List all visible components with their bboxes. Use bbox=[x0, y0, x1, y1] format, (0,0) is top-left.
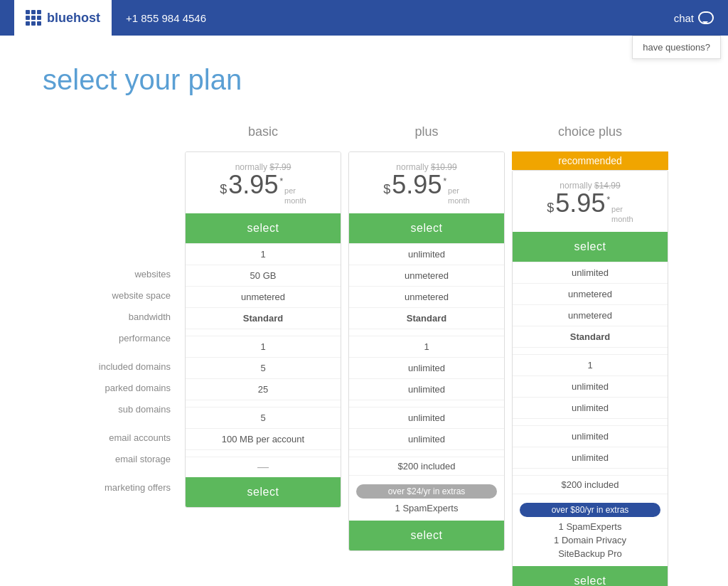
plan-basic-price-row: $ 3.95 * permonth bbox=[193, 172, 333, 206]
plan-plus-space: unmetered bbox=[349, 265, 504, 286]
labels-column: websites website space bandwidth perform… bbox=[43, 124, 185, 498]
label-included-domains: included domains bbox=[43, 356, 185, 377]
plan-choice-plus-extras-item-1: 1 Domain Privacy bbox=[520, 533, 660, 547]
plan-plus-asterisk: * bbox=[443, 176, 446, 186]
plan-basic-parked-domains: 5 bbox=[186, 357, 341, 378]
plan-basic-email-accounts: 5 bbox=[186, 407, 341, 428]
chat-label: chat bbox=[674, 12, 694, 24]
plan-basic-space: 50 GB bbox=[186, 265, 341, 286]
plan-basic-select-top[interactable]: select bbox=[186, 213, 341, 243]
plan-basic-card: normally $7.99 $ 3.95 * permonth select … bbox=[185, 151, 341, 508]
logo-text: bluehost bbox=[47, 11, 100, 26]
label-bandwidth: bandwidth bbox=[43, 306, 185, 327]
plan-choice-plus-email-storage: unlimited bbox=[513, 447, 668, 468]
plan-choice-plus-space: unmetered bbox=[513, 283, 668, 304]
plan-plus-extras-badge: over $24/yr in extras bbox=[356, 484, 497, 499]
plan-plus-per: permonth bbox=[448, 186, 470, 206]
recommended-label: recommended bbox=[512, 151, 668, 170]
plan-plus-price-section: normally $10.99 $ 5.95 * permonth bbox=[349, 152, 504, 213]
plan-basic-select-bottom[interactable]: select bbox=[186, 477, 341, 507]
plan-basic-amount: 3.95 bbox=[228, 172, 278, 198]
plan-plus-select-bottom[interactable]: select bbox=[349, 521, 504, 550]
plan-basic-email-storage: 100 MB per account bbox=[186, 428, 341, 449]
plan-plus-extras-item-0: 1 SpamExperts bbox=[356, 501, 497, 515]
plan-choice-plus-price-section: normally $14.99 $ 5.95 * permonth bbox=[513, 171, 668, 232]
header: bluehost +1 855 984 4546 chat have quest… bbox=[0, 0, 728, 36]
plan-basic-included-domains: 1 bbox=[186, 336, 341, 357]
label-websites: websites bbox=[43, 263, 185, 284]
plan-choice-plus-select-top[interactable]: select bbox=[513, 232, 668, 262]
plan-choice-plus-name: choice plus bbox=[512, 124, 668, 146]
plan-plus-data: unlimited unmetered unmetered Standard 1… bbox=[349, 243, 504, 475]
plan-plus-included-domains: 1 bbox=[349, 336, 504, 357]
plan-choice-plus-card: normally $14.99 $ 5.95 * permonth select… bbox=[512, 170, 668, 586]
plan-plus-select-top[interactable]: select bbox=[349, 213, 504, 243]
label-email-accounts: email accounts bbox=[43, 427, 185, 448]
plan-plus-name: plus bbox=[348, 124, 505, 146]
plan-choice-plus-marketing: $200 included bbox=[513, 475, 668, 494]
plan-basic-price-section: normally $7.99 $ 3.95 * permonth bbox=[186, 152, 341, 213]
plan-choice-plus-sub-domains: unlimited bbox=[513, 397, 668, 418]
plan-choice-plus-data: unlimited unmetered unmetered Standard 1… bbox=[513, 262, 668, 494]
plan-basic-marketing: — bbox=[186, 457, 341, 477]
plan-basic-asterisk: * bbox=[279, 176, 283, 186]
logo-grid-icon bbox=[26, 10, 41, 26]
main-content: select your plan websites website space … bbox=[0, 36, 728, 586]
plan-choice-plus-amount: 5.95 bbox=[555, 191, 605, 216]
plan-plus-performance: Standard bbox=[349, 307, 504, 329]
plan-plus-amount: 5.95 bbox=[392, 172, 441, 198]
plan-plus: plus normally $10.99 $ 5.95 * permonth bbox=[348, 124, 505, 551]
plans-area: basic normally $7.99 $ 3.95 * permonth bbox=[185, 124, 668, 586]
plan-choice-plus: choice plus recommended normally $14.99 … bbox=[512, 124, 668, 586]
chat-bubble-icon bbox=[698, 11, 714, 24]
plan-plus-email-storage: unlimited bbox=[349, 428, 504, 449]
plan-plus-email-accounts: unlimited bbox=[349, 407, 504, 428]
plan-basic-performance: Standard bbox=[186, 307, 341, 329]
plan-plus-marketing: $200 included bbox=[349, 457, 504, 475]
plan-choice-plus-extras-item-2: SiteBackup Pro bbox=[520, 547, 660, 560]
plan-choice-plus-extras-badge: over $80/yr in extras bbox=[520, 503, 660, 517]
label-website-space: website space bbox=[43, 284, 185, 306]
plan-plus-sub-domains: unlimited bbox=[349, 378, 504, 400]
plan-plus-extras: over $24/yr in extras 1 SpamExperts bbox=[349, 475, 504, 521]
plan-basic-dollar: $ bbox=[220, 182, 227, 197]
plan-plus-bandwidth: unmetered bbox=[349, 286, 504, 307]
plan-plus-parked-domains: unlimited bbox=[349, 357, 504, 378]
plan-plus-dollar: $ bbox=[383, 182, 390, 197]
plan-choice-plus-extras: over $80/yr in extras 1 SpamExperts 1 Do… bbox=[513, 494, 668, 566]
plan-choice-plus-bandwidth: unmetered bbox=[513, 304, 668, 326]
plan-plus-card: normally $10.99 $ 5.95 * permonth select… bbox=[348, 151, 505, 551]
page-title: select your plan bbox=[43, 64, 685, 96]
logo-container[interactable]: bluehost bbox=[14, 0, 112, 36]
chat-button[interactable]: chat bbox=[674, 11, 714, 24]
plan-choice-plus-price-row: $ 5.95 * permonth bbox=[520, 191, 660, 225]
plan-basic-name: basic bbox=[185, 124, 341, 146]
plan-choice-plus-extras-item-0: 1 SpamExperts bbox=[520, 520, 660, 533]
plan-basic-sub-domains: 25 bbox=[186, 378, 341, 400]
label-email-storage: email storage bbox=[43, 448, 185, 469]
plan-choice-plus-email-accounts: unlimited bbox=[513, 425, 668, 447]
plan-choice-plus-select-bottom[interactable]: select bbox=[513, 566, 668, 586]
plan-choice-plus-asterisk: * bbox=[606, 195, 610, 205]
label-parked-domains: parked domains bbox=[43, 377, 185, 398]
plan-choice-plus-included-domains: 1 bbox=[513, 354, 668, 375]
have-questions-tooltip: have questions? bbox=[632, 36, 721, 59]
label-performance: performance bbox=[43, 327, 185, 348]
plan-choice-plus-websites: unlimited bbox=[513, 262, 668, 283]
plan-basic-websites: 1 bbox=[186, 243, 341, 265]
plan-basic-data: 1 50 GB unmetered Standard 1 5 25 5 100 … bbox=[186, 243, 341, 477]
plan-choice-plus-parked-domains: unlimited bbox=[513, 375, 668, 397]
plan-basic-per: permonth bbox=[284, 186, 306, 206]
plan-choice-plus-per: permonth bbox=[611, 204, 633, 225]
plan-plus-price-row: $ 5.95 * permonth bbox=[356, 172, 497, 206]
plan-choice-plus-performance: Standard bbox=[513, 326, 668, 347]
plan-choice-plus-dollar: $ bbox=[547, 201, 554, 215]
plan-basic: basic normally $7.99 $ 3.95 * permonth bbox=[185, 124, 341, 508]
plan-basic-bandwidth: unmetered bbox=[186, 286, 341, 307]
phone-number[interactable]: +1 855 984 4546 bbox=[126, 12, 206, 24]
label-marketing-offers: marketing offers bbox=[43, 476, 185, 498]
plan-plus-websites: unlimited bbox=[349, 243, 504, 265]
pricing-wrapper: websites website space bandwidth perform… bbox=[43, 124, 685, 586]
label-sub-domains: sub domains bbox=[43, 398, 185, 420]
